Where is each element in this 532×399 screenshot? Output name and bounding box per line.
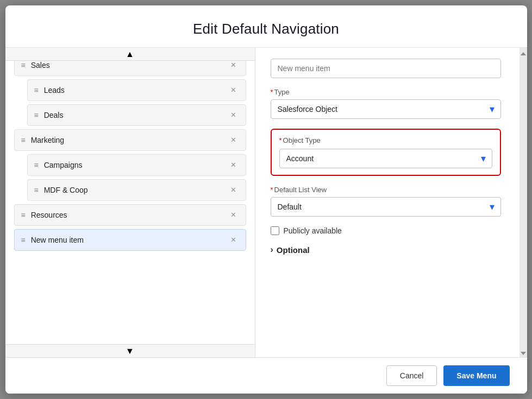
nav-item-label-marketing: Marketing [31, 136, 228, 144]
drag-handle-icon: ≡ [21, 61, 26, 69]
nav-item-label-resources: Resources [31, 211, 228, 219]
type-required-marker: * [271, 88, 273, 96]
modal-overlay: Edit Default Navigation ▲ ≡ Sales × [0, 0, 532, 399]
optional-chevron-right-icon: › [271, 245, 273, 255]
nav-item-new-menu-item[interactable]: ≡ New menu item × [14, 229, 246, 251]
publicly-available-checkbox[interactable] [271, 226, 279, 235]
nav-item-campaigns[interactable]: ≡ Campaigns × [27, 154, 246, 176]
nav-item-label-campaigns: Campaigns [44, 161, 228, 169]
publicly-available-group: Publicly available [271, 226, 512, 235]
drag-handle-icon: ≡ [21, 211, 26, 219]
menu-item-name-input[interactable] [271, 59, 501, 78]
nav-item-label-sales: Sales [31, 61, 228, 69]
type-field-group: *Type Salesforce Object URL Custom ▾ [271, 88, 501, 119]
nav-items-list: ≡ Sales × ≡ Leads × ≡ Deals × [5, 48, 255, 357]
drag-handle-icon: ≡ [21, 136, 26, 144]
cancel-button[interactable]: Cancel [386, 365, 437, 386]
object-type-label: *Object Type [279, 136, 492, 144]
remove-deals-button[interactable]: × [228, 110, 239, 120]
modal-header: Edit Default Navigation [5, 5, 527, 48]
default-list-view-label: *Default List View [271, 186, 501, 194]
remove-campaigns-button[interactable]: × [228, 160, 239, 170]
right-panel: *Type Salesforce Object URL Custom ▾ [255, 48, 527, 357]
nav-item-deals[interactable]: ≡ Deals × [27, 104, 246, 126]
remove-new-menu-item-button[interactable]: × [228, 235, 239, 245]
scroll-down-icon: ▼ [126, 346, 134, 356]
drag-handle-icon: ≡ [34, 111, 39, 119]
optional-label: Optional [277, 245, 310, 255]
remove-mdf-coop-button[interactable]: × [228, 185, 239, 195]
drag-handle-icon: ≡ [34, 161, 39, 169]
right-scroll-up-btn[interactable] [521, 52, 526, 55]
drag-handle-icon: ≡ [34, 186, 39, 194]
drag-handle-icon: ≡ [34, 86, 39, 94]
nav-item-leads[interactable]: ≡ Leads × [27, 79, 246, 101]
publicly-available-label[interactable]: Publicly available [284, 226, 342, 235]
default-list-view-select[interactable]: Default All Recent [271, 197, 501, 217]
right-scroll-down-btn[interactable] [521, 352, 526, 355]
default-list-view-group: *Default List View Default All Recent ▾ [271, 186, 501, 217]
modal-footer: Cancel Save Menu [5, 357, 527, 394]
type-select[interactable]: Salesforce Object URL Custom [271, 99, 501, 119]
nav-item-mdf-coop[interactable]: ≡ MDF & Coop × [27, 179, 246, 201]
left-panel: ▲ ≡ Sales × ≡ Leads × [5, 48, 255, 357]
nav-item-resources[interactable]: ≡ Resources × [14, 204, 246, 226]
object-type-select-wrapper: Account Contact Lead Opportunity ▾ [279, 149, 492, 168]
nav-item-label-leads: Leads [44, 86, 228, 94]
nav-item-marketing[interactable]: ≡ Marketing × [14, 129, 246, 151]
remove-leads-button[interactable]: × [228, 85, 239, 95]
type-select-wrapper: Salesforce Object URL Custom ▾ [271, 99, 501, 119]
modal-title: Edit Default Navigation [23, 21, 510, 37]
remove-resources-button[interactable]: × [228, 210, 239, 220]
dlv-required-marker: * [271, 186, 273, 194]
menu-item-name-group [271, 59, 501, 78]
object-type-required-marker: * [279, 136, 282, 144]
left-scroll-down-arrow[interactable]: ▼ [5, 344, 255, 357]
remove-sales-button[interactable]: × [228, 60, 239, 70]
object-type-select[interactable]: Account Contact Lead Opportunity [279, 149, 492, 168]
default-list-view-select-wrapper: Default All Recent ▾ [271, 197, 501, 217]
nav-item-label-new-menu-item: New menu item [31, 236, 228, 244]
save-menu-button[interactable]: Save Menu [443, 365, 509, 386]
type-label: *Type [271, 88, 501, 96]
optional-section-toggle[interactable]: › Optional [271, 245, 512, 255]
drag-handle-icon: ≡ [21, 236, 26, 244]
scroll-up-icon: ▲ [126, 49, 134, 59]
modal-dialog: Edit Default Navigation ▲ ≡ Sales × [5, 5, 527, 394]
remove-marketing-button[interactable]: × [228, 135, 239, 145]
modal-body: ▲ ≡ Sales × ≡ Leads × [5, 48, 527, 357]
nav-item-label-mdf-coop: MDF & Coop [44, 186, 228, 194]
right-scrollbar [520, 48, 527, 357]
nav-item-label-deals: Deals [44, 111, 228, 119]
left-scroll-up-arrow[interactable]: ▲ [5, 48, 255, 61]
object-type-section: *Object Type Account Contact Lead Opport… [271, 129, 501, 176]
